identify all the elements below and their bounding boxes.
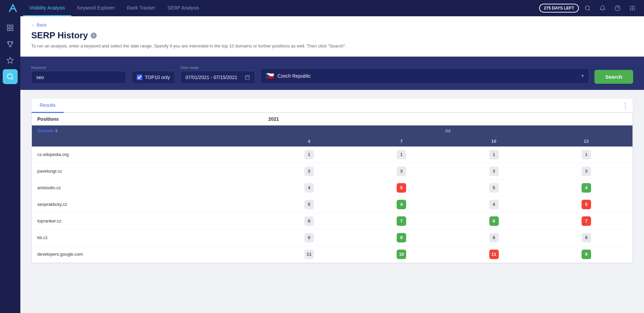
svg-rect-12	[7, 25, 10, 27]
date-range-label: Date range	[181, 65, 255, 70]
info-icon[interactable]: i	[91, 33, 97, 39]
domain-cell: pavelungr.cz	[32, 163, 263, 179]
svg-rect-5	[634, 6, 635, 7]
position-cell-2: 11	[448, 246, 540, 262]
position-cell-2: 5	[448, 179, 540, 196]
sidebar-item-search[interactable]	[3, 69, 18, 84]
sidebar	[0, 16, 20, 313]
table-row: antstudio.cz4554	[32, 179, 632, 196]
svg-rect-8	[634, 8, 635, 9]
date-range-field-group: Date range 07/01/2021 - 07/15/2021	[181, 65, 255, 84]
bell-icon-btn[interactable]	[596, 2, 609, 14]
svg-rect-13	[11, 25, 13, 27]
position-cell-0: 5	[263, 196, 355, 213]
nav-right: 275 DAYS LEFT	[539, 2, 639, 14]
search-bar: Keyword . TOP10 only Date range 07/01/20…	[20, 57, 644, 90]
position-cell-1: 7	[355, 213, 448, 229]
search-button[interactable]: Search	[594, 70, 633, 84]
chevron-down-icon: ▼	[581, 74, 585, 78]
domain-cell: antstudio.cz	[32, 179, 263, 196]
table-row: seoprakticky.cz5445	[32, 196, 632, 213]
results-tabs: Results ⋮	[32, 98, 633, 113]
positions-header: Positions	[32, 113, 263, 125]
position-badge: 9	[582, 250, 591, 259]
position-badge: 5	[397, 183, 406, 193]
country-flag: 🇨🇿	[266, 72, 274, 80]
search-icon-btn[interactable]	[582, 2, 594, 14]
date-row-empty	[32, 136, 263, 146]
position-cell-3: 8	[540, 229, 632, 246]
position-badge: 8	[489, 233, 499, 242]
tab-actions-menu[interactable]: ⋮	[622, 101, 633, 109]
svg-marker-16	[7, 57, 13, 63]
keyword-input[interactable]	[31, 71, 126, 84]
domain-cell: cs.wikipedia.org	[32, 146, 263, 163]
domain-cell: topranker.cz	[32, 213, 263, 229]
back-link[interactable]: ← Back	[31, 22, 47, 27]
position-badge: 8	[397, 233, 406, 242]
apps-icon-btn[interactable]	[626, 2, 639, 14]
position-badge: 1	[582, 150, 591, 159]
svg-point-17	[7, 74, 13, 79]
svg-rect-15	[7, 28, 10, 31]
top10-checkbox-group[interactable]: TOP10 only	[132, 71, 175, 84]
domain-cell: kb.cz	[32, 229, 263, 246]
position-cell-2: 1	[448, 146, 540, 163]
domain-header-cell: Domain ⇅	[32, 125, 263, 136]
tab-results[interactable]: Results	[32, 98, 64, 113]
svg-rect-18	[245, 75, 249, 79]
date-col-13: 13	[540, 136, 632, 146]
date-col-4: 4	[263, 136, 355, 146]
top-nav: Visibility Analysis Keyword Explorer Ran…	[0, 0, 644, 16]
date-col-10: 10	[448, 136, 540, 146]
position-badge: 5	[489, 183, 499, 193]
position-badge: 5	[304, 200, 314, 209]
position-cell-0: 4	[263, 179, 355, 196]
position-badge: 8	[304, 216, 314, 226]
sidebar-item-star[interactable]	[3, 53, 18, 68]
position-badge: 1	[304, 150, 314, 159]
date-range-input[interactable]: 07/01/2021 - 07/15/2021	[181, 71, 255, 84]
position-cell-1: 10	[355, 246, 448, 262]
position-badge: 3	[304, 167, 314, 176]
nav-links: Visibility Analysis Keyword Explorer Ran…	[23, 0, 539, 16]
position-cell-1: 5	[355, 179, 448, 196]
nav-rank[interactable]: Rank Tracker	[121, 0, 161, 16]
results-section: Results ⋮ Positions 2021 Domain	[20, 90, 644, 272]
results-wrapper: Results ⋮ Positions 2021 Domain	[31, 98, 633, 263]
nav-visibility[interactable]: Visibility Analysis	[23, 0, 71, 16]
sidebar-item-trophy[interactable]	[3, 37, 18, 52]
help-icon-btn[interactable]	[611, 2, 624, 14]
page-description: To run an analysis, enter a keyword and …	[31, 43, 633, 50]
position-cell-0: 8	[263, 213, 355, 229]
position-cell-2: 3	[448, 163, 540, 179]
sidebar-item-dashboard[interactable]	[3, 20, 18, 35]
svg-rect-14	[11, 28, 13, 31]
position-badge: 3	[489, 167, 499, 176]
position-cell-3: 9	[540, 246, 632, 262]
top10-checkbox[interactable]	[137, 75, 142, 80]
domain-label: Domain	[37, 128, 54, 133]
position-cell-0: 1	[263, 146, 355, 163]
position-cell-1: 1	[355, 146, 448, 163]
position-badge: 4	[397, 200, 406, 209]
logo[interactable]	[5, 1, 20, 16]
svg-point-0	[585, 6, 589, 10]
country-field-group: . 🇨🇿 Czech Republic ▼	[261, 63, 589, 84]
sort-icon[interactable]: ⇅	[55, 129, 58, 133]
nav-keyword[interactable]: Keyword Explorer	[71, 0, 121, 16]
table-row: pavelungr.cz3333	[32, 163, 632, 179]
page-title: SERP History i	[31, 30, 633, 41]
month-header: Jul	[263, 125, 632, 136]
position-cell-2: 4	[448, 196, 540, 213]
position-badge: 9	[304, 233, 314, 242]
position-badge: 1	[397, 150, 406, 159]
position-badge: 4	[489, 200, 499, 209]
country-select[interactable]: 🇨🇿 Czech Republic ▼	[261, 68, 589, 84]
position-cell-1: 4	[355, 196, 448, 213]
nav-serp[interactable]: SERP Analysis	[161, 0, 205, 16]
domain-cell: developers.google.com	[32, 246, 263, 262]
top10-label: TOP10 only	[145, 75, 170, 80]
table-row: kb.cz9888	[32, 229, 632, 246]
country-name: Czech Republic	[278, 73, 311, 79]
